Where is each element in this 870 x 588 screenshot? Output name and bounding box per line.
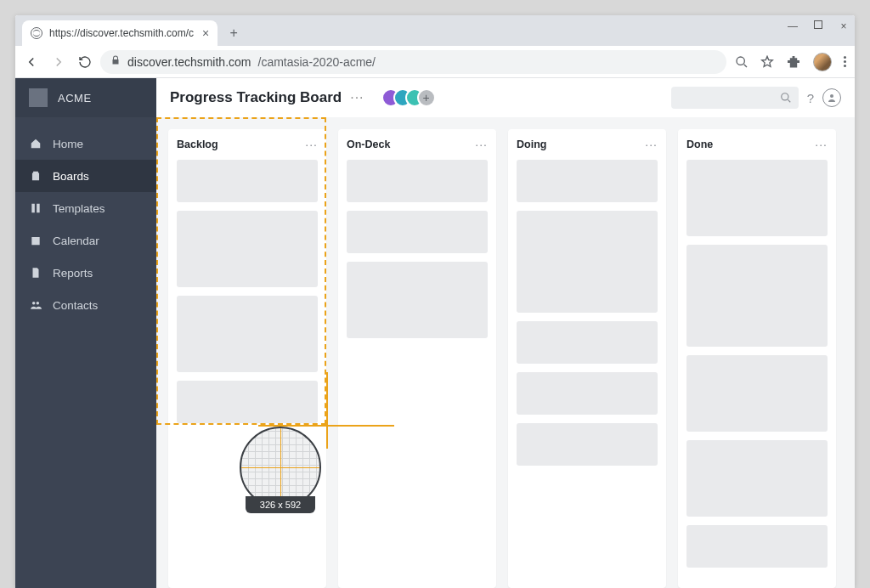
presence-add-button[interactable]: +: [417, 88, 436, 107]
url-path: /camtasia-2020-acme/: [258, 55, 376, 69]
brand-row[interactable]: ACME: [15, 78, 156, 117]
card[interactable]: [177, 381, 318, 423]
brand-logo: [29, 88, 48, 107]
globe-icon: [31, 27, 42, 39]
templates-icon: [29, 202, 42, 214]
address-bar[interactable]: discover.techsmith.com/camtasia-2020-acm…: [100, 50, 726, 74]
window-minimize-icon[interactable]: —: [787, 20, 799, 32]
board-column[interactable]: Backlog···: [168, 129, 326, 588]
browser-menu-icon[interactable]: [844, 56, 846, 67]
sidebar-item-label: Contacts: [53, 299, 98, 312]
board-canvas[interactable]: Backlog···On-Deck···Doing···Done··· 326 …: [156, 117, 855, 588]
column-title: On-Deck: [347, 139, 390, 150]
brand-name: ACME: [58, 92, 92, 105]
new-tab-button[interactable]: +: [223, 22, 245, 44]
sidebar-item-contacts[interactable]: Contacts: [15, 289, 156, 321]
sidebar-item-label: Home: [53, 138, 83, 150]
column-more-icon[interactable]: ···: [645, 138, 658, 151]
browser-window: https://discover.techsmith.com/c × + — ×: [15, 15, 855, 588]
sidebar-item-reports[interactable]: Reports: [15, 257, 156, 289]
board-topbar: Progress Tracking Board ··· + ?: [156, 78, 855, 117]
board-column[interactable]: Done···: [678, 129, 836, 588]
sidebar: ACME Home Boards Templates Calendar: [15, 78, 156, 588]
help-button[interactable]: ?: [807, 91, 814, 105]
lock-icon: [110, 55, 121, 68]
card[interactable]: [517, 423, 658, 466]
profile-avatar[interactable]: [813, 53, 832, 71]
home-icon: [29, 138, 42, 150]
presence-stack: +: [388, 88, 436, 107]
card[interactable]: [686, 245, 828, 347]
card[interactable]: [517, 160, 658, 202]
url-host: discover.techsmith.com: [127, 55, 251, 69]
card[interactable]: [686, 355, 828, 432]
svg-point-2: [37, 302, 40, 305]
board-column[interactable]: Doing···: [508, 129, 666, 588]
column-title: Done: [686, 139, 713, 150]
svg-point-3: [781, 93, 788, 100]
browser-toolbar: discover.techsmith.com/camtasia-2020-acm…: [15, 46, 855, 78]
back-button[interactable]: [24, 54, 39, 70]
column-more-icon[interactable]: ···: [305, 138, 318, 151]
column-title: Backlog: [177, 139, 218, 150]
close-tab-icon[interactable]: ×: [202, 26, 209, 40]
zoom-icon[interactable]: [735, 55, 749, 69]
reports-icon: [29, 267, 42, 279]
card[interactable]: [686, 525, 828, 568]
account-button[interactable]: [822, 88, 841, 107]
card[interactable]: [686, 440, 828, 517]
card[interactable]: [347, 211, 488, 253]
main-area: Progress Tracking Board ··· + ?: [156, 78, 855, 588]
sidebar-item-label: Calendar: [53, 235, 99, 247]
board-column[interactable]: On-Deck···: [338, 129, 496, 588]
forward-button[interactable]: [51, 54, 66, 70]
window-close-icon[interactable]: ×: [838, 20, 850, 32]
column-more-icon[interactable]: ···: [475, 138, 488, 151]
svg-point-4: [830, 94, 833, 98]
browser-tab[interactable]: https://discover.techsmith.com/c ×: [22, 20, 218, 46]
window-maximize-icon[interactable]: [814, 20, 822, 29]
sidebar-item-label: Templates: [53, 202, 105, 215]
card[interactable]: [686, 160, 828, 236]
sidebar-item-calendar[interactable]: Calendar: [15, 224, 156, 257]
extensions-icon[interactable]: [786, 54, 801, 70]
svg-point-1: [32, 302, 36, 305]
svg-point-0: [737, 57, 744, 65]
sidebar-item-templates[interactable]: Templates: [15, 192, 156, 224]
tab-title: https://discover.techsmith.com/c: [49, 27, 194, 39]
contacts-icon: [29, 299, 42, 311]
calendar-icon: [29, 235, 42, 246]
sidebar-item-label: Boards: [53, 170, 89, 183]
card[interactable]: [177, 211, 318, 287]
capture-guide-vertical: [326, 372, 328, 449]
column-title: Doing: [517, 139, 546, 150]
column-more-icon[interactable]: ···: [815, 138, 828, 151]
app-frame: ACME Home Boards Templates Calendar: [15, 78, 855, 588]
search-icon: [780, 92, 792, 104]
browser-titlebar: https://discover.techsmith.com/c × + — ×: [15, 15, 855, 46]
search-input[interactable]: [671, 87, 799, 109]
sidebar-item-label: Reports: [53, 267, 93, 280]
card[interactable]: [347, 160, 488, 202]
card[interactable]: [177, 160, 318, 202]
bookmark-star-icon[interactable]: [760, 55, 774, 69]
card[interactable]: [177, 296, 318, 372]
sidebar-item-boards[interactable]: Boards: [15, 160, 156, 192]
card[interactable]: [517, 211, 658, 313]
card[interactable]: [517, 372, 658, 415]
board-title: Progress Tracking Board: [170, 89, 342, 106]
user-icon: [827, 93, 837, 103]
clipboard-icon: [29, 170, 42, 182]
reload-button[interactable]: [78, 55, 92, 69]
card[interactable]: [517, 321, 658, 364]
card[interactable]: [347, 262, 488, 338]
board-title-more-icon[interactable]: ···: [350, 90, 364, 105]
sidebar-item-home[interactable]: Home: [15, 127, 156, 160]
